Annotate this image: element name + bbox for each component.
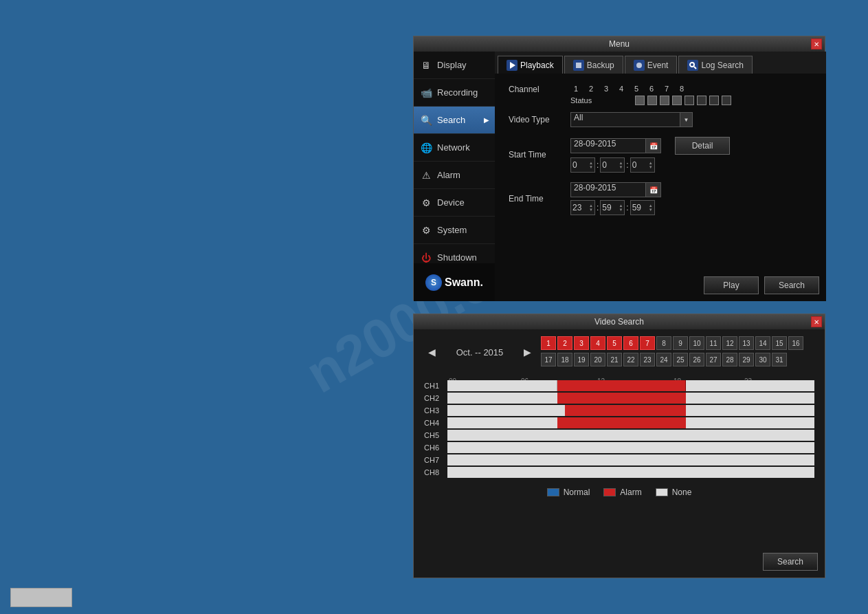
- cal-day-27[interactable]: 27: [706, 353, 721, 366]
- cal-day-15[interactable]: 15: [772, 336, 787, 350]
- channel-label: Channel: [509, 85, 570, 94]
- ch6-timeline: [447, 442, 814, 453]
- video-search-close-button[interactable]: ✕: [811, 316, 822, 327]
- cal-day-12[interactable]: 12: [722, 336, 737, 350]
- sidebar-item-system[interactable]: ⚙ System: [414, 217, 495, 244]
- cal-day-10[interactable]: 10: [689, 336, 704, 350]
- cal-day-21[interactable]: 21: [607, 353, 622, 366]
- swann-logo-icon: S: [425, 274, 442, 291]
- cal-day-30[interactable]: 30: [755, 353, 770, 366]
- ch4-seg2: [557, 417, 686, 428]
- tab-playback[interactable]: Playback: [498, 56, 563, 74]
- ch4-seg1: [447, 417, 557, 428]
- end-date-calendar-icon[interactable]: 📅: [646, 182, 661, 197]
- start-hour-spinner[interactable]: 0 ▲▼: [570, 157, 595, 173]
- channel-numbers-row: 1 2 3 4 5 6 7 8: [570, 85, 731, 93]
- ch-checkbox-1[interactable]: [635, 96, 645, 105]
- menu-titlebar: Menu ✕: [414, 36, 825, 52]
- cal-prev-button[interactable]: ◀: [424, 345, 440, 359]
- cal-day-14[interactable]: 14: [755, 336, 770, 350]
- sidebar-item-network[interactable]: 🌐 Network: [414, 134, 495, 162]
- sidebar-item-alarm[interactable]: ⚠ Alarm: [414, 162, 495, 189]
- play-button[interactable]: Play: [704, 276, 759, 294]
- end-sec-spinner[interactable]: 59 ▲▼: [630, 200, 655, 215]
- cal-day-6[interactable]: 6: [623, 336, 638, 350]
- cal-day-1[interactable]: 1: [541, 336, 556, 350]
- cal-day-7[interactable]: 7: [640, 336, 655, 350]
- ch-checkbox-3[interactable]: [660, 96, 669, 105]
- cal-day-4[interactable]: 4: [590, 336, 605, 350]
- ch-checkbox-5[interactable]: [685, 96, 694, 105]
- start-hour-arrows[interactable]: ▲▼: [589, 161, 593, 169]
- search-sidebar-icon: 🔍: [419, 113, 433, 127]
- sidebar-item-recording[interactable]: 📹 Recording: [414, 79, 495, 107]
- detail-button[interactable]: Detail: [675, 137, 730, 155]
- start-min-spinner[interactable]: 0 ▲▼: [600, 157, 625, 173]
- tab-event[interactable]: Event: [625, 56, 678, 74]
- tab-log-search[interactable]: Log Search: [678, 56, 752, 74]
- ch7-timeline: [447, 454, 814, 465]
- sidebar-item-device[interactable]: ⚙ Device: [414, 189, 495, 217]
- video-type-dropdown-icon[interactable]: ▼: [680, 112, 693, 127]
- end-date-field[interactable]: 28-09-2015: [570, 182, 646, 197]
- cal-day-31[interactable]: 31: [772, 353, 787, 366]
- cal-day-20[interactable]: 20: [590, 353, 605, 366]
- cal-next-button[interactable]: ▶: [520, 345, 535, 359]
- device-icon: ⚙: [419, 196, 433, 210]
- start-min-arrows[interactable]: ▲▼: [619, 161, 623, 169]
- cal-day-13[interactable]: 13: [739, 336, 754, 350]
- cal-day-23[interactable]: 23: [640, 353, 655, 366]
- end-hour-arrows[interactable]: ▲▼: [589, 204, 593, 212]
- menu-close-button[interactable]: ✕: [811, 39, 822, 50]
- search-arrow-icon: ▶: [484, 116, 489, 124]
- ch6-seg1: [447, 442, 814, 453]
- start-date-field[interactable]: 28-09-2015: [570, 138, 646, 153]
- ch-checkbox-7[interactable]: [709, 96, 719, 105]
- cal-day-18[interactable]: 18: [557, 353, 572, 366]
- end-min-spinner[interactable]: 59 ▲▼: [600, 200, 625, 215]
- alarm-icon: ⚠: [419, 168, 433, 182]
- cal-day-17[interactable]: 17: [541, 353, 556, 366]
- cal-day-29[interactable]: 29: [739, 353, 754, 366]
- legend-none: None: [656, 487, 692, 497]
- tab-backup[interactable]: Backup: [564, 56, 623, 74]
- start-sec-spinner[interactable]: 0 ▲▼: [630, 157, 655, 173]
- cal-day-19[interactable]: 19: [574, 353, 589, 366]
- cal-day-22[interactable]: 22: [623, 353, 638, 366]
- cal-day-16[interactable]: 16: [788, 336, 803, 350]
- ch1-seg3: [686, 380, 814, 391]
- ch-checkbox-8[interactable]: [722, 96, 731, 105]
- cal-day-25[interactable]: 25: [673, 353, 688, 366]
- cal-day-28[interactable]: 28: [722, 353, 737, 366]
- video-type-select[interactable]: All: [570, 112, 680, 127]
- calendar-row-1: 1 2 3 4 5 6 7 8 9 10 11 12 13 14 15 16: [541, 336, 803, 350]
- taskbar-button[interactable]: [10, 588, 72, 607]
- cal-day-26[interactable]: 26: [689, 353, 704, 366]
- end-min-arrows[interactable]: ▲▼: [619, 204, 623, 212]
- ch-checkbox-6[interactable]: [697, 96, 706, 105]
- end-hour-spinner[interactable]: 23 ▲▼: [570, 200, 595, 215]
- search-button[interactable]: Search: [764, 276, 819, 294]
- ch5-seg1: [447, 430, 814, 441]
- video-search-button[interactable]: Search: [763, 553, 818, 571]
- start-date-calendar-icon[interactable]: 📅: [646, 138, 661, 153]
- time-sep-4: :: [626, 203, 628, 212]
- ch-num-8: 8: [676, 85, 687, 93]
- cal-day-2[interactable]: 2: [557, 336, 572, 350]
- sidebar-item-display[interactable]: 🖥 Display: [414, 52, 495, 79]
- ch5-timeline: [447, 430, 814, 441]
- ch-num-3: 3: [601, 85, 612, 93]
- end-sec-arrows[interactable]: ▲▼: [649, 204, 653, 212]
- cal-day-5[interactable]: 5: [607, 336, 622, 350]
- ch-checkbox-4[interactable]: [672, 96, 682, 105]
- ch-checkbox-2[interactable]: [647, 96, 657, 105]
- cal-day-24[interactable]: 24: [656, 353, 671, 366]
- ch8-seg1: [447, 467, 814, 478]
- start-sec-arrows[interactable]: ▲▼: [649, 161, 653, 169]
- cal-day-11[interactable]: 11: [706, 336, 721, 350]
- cal-day-9[interactable]: 9: [673, 336, 688, 350]
- menu-main-content: Playback Backup Event Log Search Channel: [495, 52, 826, 301]
- cal-day-3[interactable]: 3: [574, 336, 589, 350]
- sidebar-item-search[interactable]: 🔍 Search ▶: [414, 107, 495, 134]
- cal-day-8[interactable]: 8: [656, 336, 671, 350]
